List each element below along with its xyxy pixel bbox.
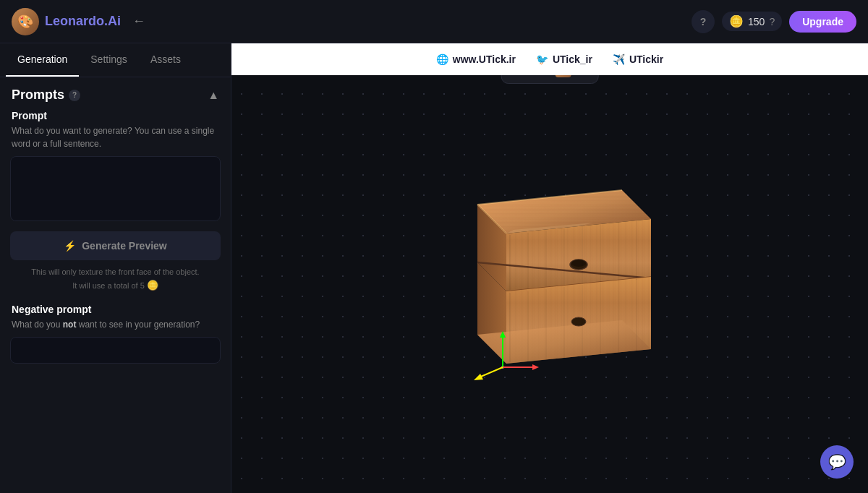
negative-prompt-label: Negative prompt	[0, 292, 231, 318]
twitter-text: UTick_ir	[553, 53, 592, 65]
generate-label: Generate Preview	[82, 240, 167, 252]
lower-drawer-handle	[571, 317, 586, 326]
prompts-title: Prompts ?	[12, 87, 80, 103]
svg-marker-32	[500, 331, 506, 338]
banner-item-website: 🌐 www.UTick.ir	[436, 53, 516, 65]
chat-button[interactable]: 💬	[820, 445, 854, 479]
svg-point-12	[571, 260, 586, 267]
website-icon: 🌐	[436, 53, 448, 65]
website-text: www.UTick.ir	[453, 53, 516, 65]
info-line-1: This will only texture the front face of…	[12, 266, 219, 278]
telegram-text: UTickir	[629, 53, 663, 65]
header-help-button[interactable]: ?	[692, 10, 715, 33]
main-canvas: 🌐 www.UTick.ir 🐦 UTick_ir ✈️ UTickir Mat…	[231, 43, 868, 493]
prompts-help-icon[interactable]: ?	[69, 90, 80, 101]
tab-assets[interactable]: Assets	[139, 43, 192, 77]
prompt-textarea[interactable]	[10, 156, 221, 221]
header: 🎨 Leonardo.Ai ← ? 🪙 150 ? Upgrade	[0, 0, 868, 43]
prompts-collapse-arrow[interactable]: ▲	[208, 89, 219, 102]
sidebar-collapse-button[interactable]: ←	[132, 14, 145, 29]
sidebar: Generation Settings Assets Prompts ? ▲ P…	[0, 43, 231, 493]
telegram-icon: ✈️	[613, 53, 625, 65]
svg-marker-36	[474, 374, 483, 380]
header-left: 🎨 Leonardo.Ai ←	[12, 8, 145, 35]
coordinate-axes	[470, 327, 542, 385]
banner-item-telegram: ✈️ UTickir	[613, 53, 663, 65]
generate-icon: ⚡	[64, 240, 76, 252]
generate-preview-button[interactable]: ⚡ Generate Preview	[10, 231, 221, 260]
upgrade-button[interactable]: Upgrade	[789, 11, 856, 33]
token-small-icon: 🪙	[147, 280, 158, 291]
canvas-area	[231, 75, 868, 493]
token-help-icon[interactable]: ?	[769, 16, 775, 27]
token-count: 150	[748, 16, 765, 27]
prompts-title-text: Prompts	[12, 87, 64, 103]
negative-prompt-input[interactable]	[10, 337, 221, 364]
svg-marker-34	[532, 364, 539, 370]
tab-settings[interactable]: Settings	[79, 43, 139, 77]
twitter-icon: 🐦	[536, 53, 548, 65]
sidebar-tabs: Generation Settings Assets	[0, 43, 231, 77]
logo-avatar: 🎨	[12, 8, 39, 35]
prompts-section-header: Prompts ? ▲	[0, 77, 231, 110]
info-line-2: It will use a total of 5 🪙	[12, 278, 219, 293]
token-badge: 🪙 150 ?	[722, 12, 782, 31]
negative-prompt-description: What do you not want to see in your gene…	[0, 318, 231, 337]
generate-info-text: This will only texture the front face of…	[0, 260, 231, 292]
wooden-box-svg	[434, 161, 665, 407]
prompt-description: What do you want to generate? You can us…	[0, 124, 231, 156]
logo-text: Leonardo.Ai	[45, 14, 121, 29]
token-icon: 🪙	[729, 14, 744, 28]
tab-generation[interactable]: Generation	[6, 43, 79, 77]
promo-banner: 🌐 www.UTick.ir 🐦 UTick_ir ✈️ UTickir	[231, 43, 868, 75]
3d-object-preview	[434, 161, 665, 407]
banner-item-twitter: 🐦 UTick_ir	[536, 53, 592, 65]
header-right: ? 🪙 150 ? Upgrade	[692, 10, 856, 33]
main-layout: Generation Settings Assets Prompts ? ▲ P…	[0, 43, 868, 493]
prompt-label: Prompt	[0, 110, 231, 124]
